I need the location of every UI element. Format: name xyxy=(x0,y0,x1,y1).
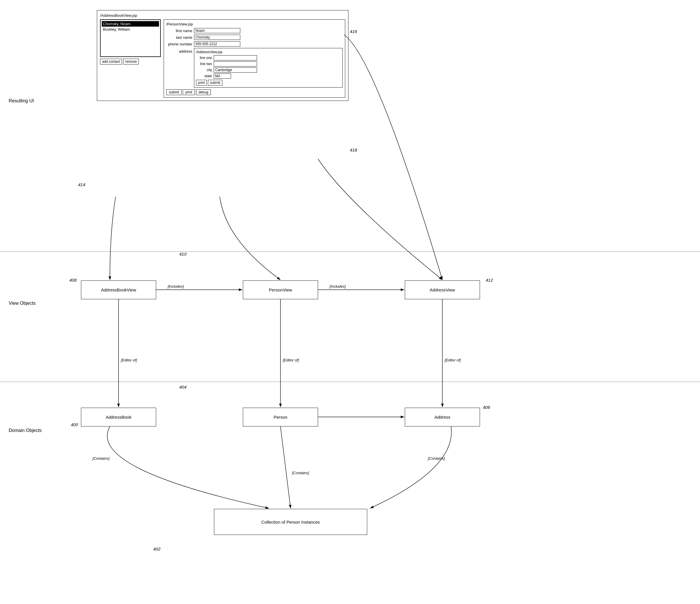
pv-print-button[interactable]: print xyxy=(183,89,195,95)
contact-list-panel: Chomsky, Noam Buckley, William add conta… xyxy=(100,19,161,98)
av-title: /AddressView.jsp xyxy=(196,50,341,54)
address-row: address /AddressView.jsp line one line t… xyxy=(166,48,343,87)
line-two-label: line two xyxy=(196,62,212,66)
resulting-ui-label: Resulting UI xyxy=(9,98,34,103)
abv-title: /AddressBookView.jsp xyxy=(100,13,345,18)
address-box: Address xyxy=(405,408,480,426)
ref-404: 404 xyxy=(179,384,186,389)
pv-debug-button[interactable]: debug xyxy=(196,89,211,95)
divider-2 xyxy=(0,382,700,382)
phone-label: phone number xyxy=(166,42,192,46)
address-view-box: AddressView xyxy=(405,280,480,299)
phone-input[interactable] xyxy=(194,41,240,47)
av-buttons: print submit xyxy=(196,80,341,85)
svg-text:[Includes]: [Includes] xyxy=(329,284,346,288)
city-label: city xyxy=(196,68,212,72)
av-submit-button[interactable]: submit xyxy=(208,80,222,85)
remove-button[interactable]: remove xyxy=(123,59,139,65)
contact-selected[interactable]: Chomsky, Noam xyxy=(102,21,159,27)
pv-submit-button[interactable]: submit xyxy=(166,89,181,95)
ref-408: 408 xyxy=(69,278,77,282)
abv-buttons: add contact remove xyxy=(100,59,161,65)
abv-inner: Chomsky, Noam Buckley, William add conta… xyxy=(100,19,345,98)
person-box: Person xyxy=(243,408,318,426)
ref-410: 410 xyxy=(179,252,186,256)
svg-text:[Includes]: [Includes] xyxy=(168,284,184,288)
phone-row: phone number xyxy=(166,41,343,47)
state-input[interactable] xyxy=(214,73,231,79)
person-view-box: PersonView xyxy=(243,280,318,299)
city-input[interactable] xyxy=(214,67,257,73)
svg-line-13 xyxy=(280,426,291,508)
last-name-label: last name xyxy=(166,35,192,40)
line-two-input[interactable] xyxy=(214,61,257,67)
svg-text:[Contains]: [Contains] xyxy=(92,456,109,460)
svg-text:[Editor of]: [Editor of] xyxy=(444,358,461,362)
first-name-input[interactable] xyxy=(194,28,240,33)
svg-text:[Editor of]: [Editor of] xyxy=(121,358,137,362)
contact-item[interactable]: Buckley, William xyxy=(102,27,159,32)
first-name-label: first name xyxy=(166,29,192,33)
last-name-input[interactable] xyxy=(194,35,240,40)
view-objects-label: View Objects xyxy=(9,301,35,306)
ref-414: 414 xyxy=(78,182,85,187)
collection-box: Collection of Person Instances xyxy=(214,509,367,535)
line-one-row: line one xyxy=(196,55,341,60)
ref-416: 416 xyxy=(350,29,357,34)
line-one-input[interactable] xyxy=(214,55,257,60)
state-row: state xyxy=(196,73,341,79)
first-name-row: first name xyxy=(166,28,343,33)
city-row: city xyxy=(196,67,341,73)
state-label: state xyxy=(196,74,212,78)
svg-text:[Contains]: [Contains] xyxy=(428,456,445,460)
pv-bottom-buttons: submit print debug xyxy=(166,89,343,95)
add-contact-button[interactable]: add contact xyxy=(100,59,122,65)
contact-list-box: Chomsky, Noam Buckley, William xyxy=(100,19,161,57)
address-book-view-box: AddressBookView xyxy=(81,280,156,299)
line-two-row: line two xyxy=(196,61,341,67)
ref-406: 406 xyxy=(483,405,490,410)
ref-412: 412 xyxy=(486,278,493,282)
av-print-button[interactable]: print xyxy=(196,80,207,85)
person-view-box: /PersonView.jsp first name last name pho… xyxy=(164,19,345,98)
ref-418: 418 xyxy=(350,148,357,152)
address-book-box: AddressBook xyxy=(81,408,156,426)
last-name-row: last name xyxy=(166,35,343,40)
address-book-view-mockup: /AddressBookView.jsp Chomsky, Noam Buckl… xyxy=(97,10,348,101)
svg-text:[Editor of]: [Editor of] xyxy=(282,358,299,362)
address-view-nested: /AddressView.jsp line one line two city xyxy=(194,48,343,87)
line-one-label: line one xyxy=(196,56,212,60)
ref-400: 400 xyxy=(71,422,78,427)
domain-objects-label: Domain Objects xyxy=(9,428,42,433)
address-label: address xyxy=(166,48,192,53)
svg-text:[Contains]: [Contains] xyxy=(292,471,309,475)
pv-title: /PersonView.jsp xyxy=(166,22,343,26)
ref-402: 402 xyxy=(153,547,160,551)
